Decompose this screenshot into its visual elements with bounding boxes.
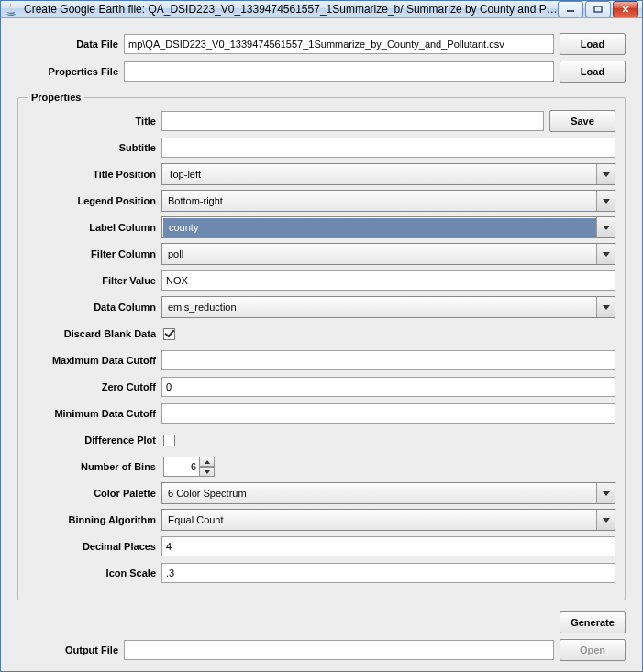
label-column-label: Label Column <box>28 222 156 233</box>
output-file-input[interactable] <box>124 640 554 660</box>
window-controls <box>558 1 638 17</box>
num-bins-spinner[interactable] <box>163 457 215 477</box>
binning-algorithm-value: Equal Count <box>162 514 596 525</box>
filter-value-label: Filter Value <box>28 275 156 286</box>
title-label: Title <box>28 116 156 127</box>
legend-position-label: Legend Position <box>28 195 156 206</box>
binning-algorithm-label: Binning Algorithm <box>28 514 156 525</box>
zero-cutoff-label: Zero Cutoff <box>28 381 156 392</box>
num-bins-label: Number of Bins <box>28 461 156 472</box>
title-position-label: Title Position <box>28 169 156 180</box>
title-input[interactable] <box>161 111 544 131</box>
chevron-down-icon <box>596 483 615 503</box>
color-palette-value: 6 Color Spectrum <box>162 488 596 499</box>
chevron-down-icon <box>596 164 615 184</box>
chevron-down-icon <box>596 191 615 211</box>
data-file-label: Data File <box>17 39 118 50</box>
discard-blank-label: Discard Blank Data <box>28 328 156 339</box>
num-bins-input[interactable] <box>163 457 200 477</box>
properties-file-label: Properties File <box>17 66 118 77</box>
decimal-places-input[interactable] <box>161 536 615 556</box>
content-area: Data File Load Properties File Load Prop… <box>1 18 642 672</box>
data-column-value: emis_reduction <box>162 302 596 313</box>
java-icon <box>5 2 19 17</box>
label-column-combo[interactable]: county <box>161 216 615 238</box>
bottom-area: Generate Output File Open <box>17 611 626 661</box>
discard-blank-checkbox[interactable] <box>163 328 175 340</box>
app-window: Create Google Earth file: QA_DSID223_V0_… <box>0 0 643 672</box>
chevron-down-icon <box>596 510 615 530</box>
filter-value-input[interactable] <box>161 270 615 291</box>
decimal-places-label: Decimal Places <box>28 541 156 552</box>
open-output-button[interactable]: Open <box>560 639 626 661</box>
save-properties-button[interactable]: Save <box>549 110 615 132</box>
max-cutoff-input[interactable] <box>161 350 615 370</box>
icon-scale-input[interactable] <box>161 563 615 583</box>
min-cutoff-label: Minimum Data Cutoff <box>28 408 156 419</box>
properties-group: Properties Title Save Subtitle Title Pos… <box>17 92 626 600</box>
min-cutoff-input[interactable] <box>161 403 615 424</box>
label-column-value: county <box>163 218 596 237</box>
legend-position-value: Bottom-right <box>162 195 596 206</box>
max-cutoff-label: Maximum Data Cutoff <box>28 355 156 366</box>
load-data-file-button[interactable]: Load <box>560 33 626 55</box>
difference-plot-checkbox[interactable] <box>163 435 175 446</box>
svg-rect-0 <box>567 10 574 12</box>
titlebar: Create Google Earth file: QA_DSID223_V0_… <box>1 1 642 18</box>
binning-algorithm-combo[interactable]: Equal Count <box>161 509 615 531</box>
data-file-input[interactable] <box>124 34 554 54</box>
color-palette-combo[interactable]: 6 Color Spectrum <box>161 482 615 504</box>
window-title: Create Google Earth file: QA_DSID223_V0_… <box>24 3 558 16</box>
filter-column-combo[interactable]: poll <box>161 243 615 265</box>
minimize-button[interactable] <box>558 1 583 17</box>
spinner-up-button[interactable] <box>200 457 215 467</box>
maximize-button[interactable] <box>585 1 611 17</box>
subtitle-label: Subtitle <box>28 142 156 153</box>
zero-cutoff-input[interactable] <box>161 377 615 397</box>
filter-column-value: poll <box>162 248 596 259</box>
close-button[interactable] <box>613 1 638 17</box>
data-column-combo[interactable]: emis_reduction <box>161 296 615 318</box>
chevron-down-icon <box>596 244 615 264</box>
chevron-down-icon <box>596 297 615 317</box>
spinner-down-button[interactable] <box>200 467 215 477</box>
difference-plot-label: Difference Plot <box>28 435 156 446</box>
generate-button[interactable]: Generate <box>560 611 626 633</box>
svg-rect-1 <box>594 6 602 12</box>
load-properties-file-button[interactable]: Load <box>560 61 626 83</box>
data-column-label: Data Column <box>28 302 156 313</box>
properties-legend: Properties <box>28 92 84 103</box>
properties-file-input[interactable] <box>124 61 554 82</box>
title-position-combo[interactable]: Top-left <box>161 163 615 185</box>
output-file-label: Output File <box>17 644 118 655</box>
legend-position-combo[interactable]: Bottom-right <box>161 190 615 212</box>
filter-column-label: Filter Column <box>28 248 156 259</box>
subtitle-input[interactable] <box>161 138 615 158</box>
title-position-value: Top-left <box>162 169 596 180</box>
icon-scale-label: Icon Scale <box>28 567 156 578</box>
chevron-down-icon <box>596 217 615 237</box>
color-palette-label: Color Palette <box>28 488 156 499</box>
